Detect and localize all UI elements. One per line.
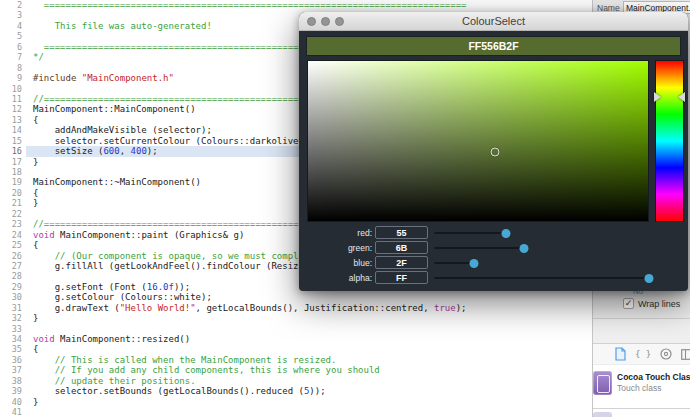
- line-number[interactable]: 22: [0, 209, 22, 219]
- wrap-lines-checkbox[interactable]: ✓: [623, 298, 634, 309]
- code-line[interactable]: 35{: [0, 344, 592, 354]
- library-item-title[interactable]: Cocoa Touch Class - A: [617, 372, 690, 382]
- slider-fill: [434, 277, 649, 279]
- line-number[interactable]: 12: [0, 104, 22, 114]
- line-number[interactable]: 11: [0, 94, 22, 104]
- line-number[interactable]: 29: [0, 282, 22, 292]
- code-text: void MainComponent::resized(): [33, 334, 592, 344]
- media-icon[interactable]: [660, 348, 672, 360]
- line-number[interactable]: 41: [0, 407, 22, 417]
- wrap-lines-setting: ✓ Wrap lines: [623, 297, 680, 310]
- slider-label: red:: [307, 228, 372, 238]
- line-number[interactable]: 36: [0, 355, 22, 365]
- line-number[interactable]: 16: [0, 146, 22, 156]
- line-number[interactable]: 18: [0, 167, 22, 177]
- slider-label: alpha:: [307, 273, 372, 283]
- line-number[interactable]: 21: [0, 198, 22, 208]
- colour-hex-value[interactable]: FF556B2F: [468, 40, 518, 52]
- line-number[interactable]: 4: [0, 21, 22, 31]
- code-line[interactable]: 41: [0, 407, 592, 417]
- line-number[interactable]: 31: [0, 303, 22, 313]
- line-number[interactable]: 2: [0, 0, 22, 10]
- red-slider-row: red:55: [299, 226, 688, 239]
- line-number[interactable]: 3: [0, 10, 22, 20]
- window-titlebar[interactable]: ColourSelect: [299, 12, 688, 31]
- line-number[interactable]: 32: [0, 313, 22, 323]
- line-number[interactable]: 15: [0, 136, 22, 146]
- code-line[interactable]: 2 ======================================…: [0, 0, 592, 10]
- code-line[interactable]: 31 g.drawText ("Hello World!", getLocalB…: [0, 303, 592, 313]
- line-number[interactable]: 23: [0, 219, 22, 229]
- line-number[interactable]: 24: [0, 230, 22, 240]
- line-number[interactable]: 38: [0, 376, 22, 386]
- line-number[interactable]: 30: [0, 292, 22, 302]
- slider-thumb[interactable]: [645, 274, 654, 283]
- slider-value-box[interactable]: 6B: [375, 241, 428, 254]
- line-number[interactable]: 28: [0, 271, 22, 281]
- line-number[interactable]: 37: [0, 365, 22, 375]
- line-number[interactable]: 20: [0, 188, 22, 198]
- hue-marker-right[interactable]: [678, 92, 685, 102]
- wrap-lines-label: Wrap lines: [638, 299, 680, 309]
- code-line[interactable]: 33: [0, 324, 592, 334]
- code-text: // If you add any child components, this…: [33, 365, 592, 375]
- cocoa-touch-class-icon: [593, 371, 612, 395]
- file-template-icon[interactable]: [615, 347, 626, 361]
- line-number[interactable]: 39: [0, 386, 22, 396]
- code-text: }: [33, 397, 592, 407]
- line-number[interactable]: 7: [0, 52, 22, 62]
- code-line[interactable]: 34void MainComponent::resized(): [0, 334, 592, 344]
- code-snippet-icon[interactable]: { }: [635, 349, 651, 359]
- hue-marker-left[interactable]: [654, 92, 661, 102]
- slider-thumb[interactable]: [501, 229, 510, 238]
- slider-thumb[interactable]: [469, 259, 478, 268]
- slider-fill: [434, 262, 474, 264]
- line-number[interactable]: 8: [0, 63, 22, 73]
- slider-value-box[interactable]: 55: [375, 226, 428, 239]
- slider-track[interactable]: [434, 277, 649, 279]
- line-number[interactable]: 9: [0, 73, 22, 83]
- code-line[interactable]: 38 // update their positions.: [0, 376, 592, 386]
- slider-thumb[interactable]: [520, 244, 529, 253]
- saturation-brightness-picker[interactable]: [307, 60, 649, 222]
- slider-track[interactable]: [434, 232, 649, 234]
- code-line[interactable]: 40}: [0, 397, 592, 407]
- code-line[interactable]: 39 selector.setBounds (getLocalBounds().…: [0, 386, 592, 396]
- slider-track[interactable]: [434, 262, 649, 264]
- code-line[interactable]: 37 // If you add any child components, t…: [0, 365, 592, 375]
- colour-preview-swatch: FF556B2F: [306, 36, 681, 56]
- slider-track[interactable]: [434, 247, 649, 249]
- divider: [593, 408, 690, 409]
- code-line[interactable]: 30 g.setColour (Colours::white);: [0, 292, 592, 302]
- line-number[interactable]: 17: [0, 157, 22, 167]
- layout-icon[interactable]: [681, 349, 690, 360]
- line-number[interactable]: 35: [0, 344, 22, 354]
- line-number[interactable]: 5: [0, 31, 22, 41]
- line-number[interactable]: 27: [0, 261, 22, 271]
- sv-gradient: [308, 61, 648, 221]
- line-number[interactable]: 10: [0, 84, 22, 94]
- code-line[interactable]: 36 // This is called when the MainCompon…: [0, 355, 592, 365]
- line-number[interactable]: 26: [0, 251, 22, 261]
- line-number[interactable]: 34: [0, 334, 22, 344]
- slider-value-box[interactable]: FF: [375, 271, 428, 284]
- line-number[interactable]: 25: [0, 240, 22, 250]
- line-number[interactable]: 19: [0, 177, 22, 187]
- line-number[interactable]: 13: [0, 115, 22, 125]
- code-text: }: [33, 313, 592, 323]
- sv-marker[interactable]: [491, 148, 500, 157]
- window-title: ColourSelect: [299, 15, 688, 27]
- screen: 2 ======================================…: [0, 0, 690, 417]
- slider-value-box[interactable]: 2F: [375, 256, 428, 269]
- line-number[interactable]: 40: [0, 397, 22, 407]
- code-text: g.drawText ("Hello World!", getLocalBoun…: [33, 303, 592, 313]
- line-number[interactable]: 33: [0, 324, 22, 334]
- next-item-icon-partial: [593, 412, 612, 417]
- hue-slider[interactable]: [655, 60, 684, 222]
- line-number[interactable]: 14: [0, 125, 22, 135]
- code-text: {: [33, 344, 592, 354]
- code-line[interactable]: 32}: [0, 313, 592, 323]
- library-item-subtitle: Touch class: [617, 383, 661, 393]
- colour-select-window: ColourSelect FF556B2F red:55green:6Bblue…: [299, 12, 688, 291]
- line-number[interactable]: 6: [0, 42, 22, 52]
